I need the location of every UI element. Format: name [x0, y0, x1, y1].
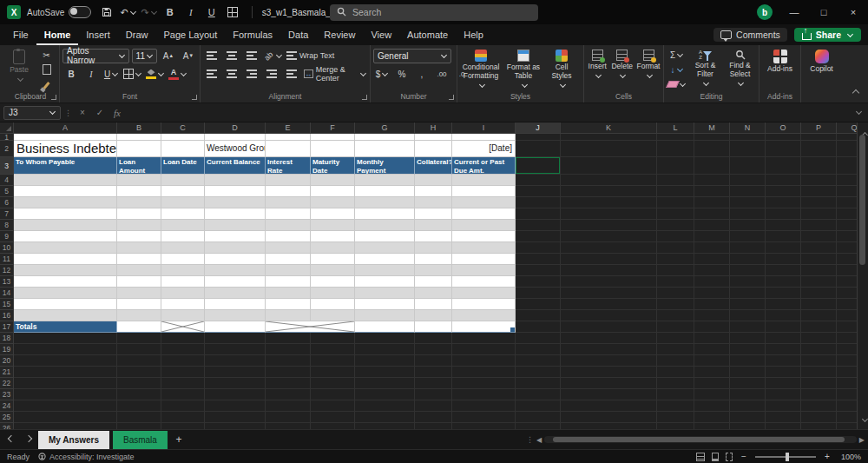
- delete-cells-button[interactable]: Delete: [610, 48, 634, 81]
- horizontal-scrollbar-thumb[interactable]: [553, 437, 845, 442]
- cell-G5[interactable]: [355, 186, 415, 197]
- cell-A9[interactable]: [14, 231, 117, 242]
- cell-O13[interactable]: [766, 276, 801, 288]
- copilot-button[interactable]: Copilot: [804, 48, 839, 76]
- search-input[interactable]: [330, 4, 538, 21]
- cell-M23[interactable]: [694, 389, 730, 400]
- cell-I20[interactable]: [452, 355, 516, 367]
- accounting-format-button[interactable]: $: [373, 67, 391, 81]
- cell-I13[interactable]: [452, 276, 516, 288]
- cell-N18[interactable]: [730, 333, 766, 344]
- cell-P14[interactable]: [801, 288, 837, 299]
- find-select-button[interactable]: Find & Select: [724, 48, 756, 89]
- cell-J24[interactable]: [516, 400, 561, 412]
- cell-Q22[interactable]: [837, 378, 857, 389]
- cell-N5[interactable]: [730, 186, 766, 197]
- cell-E16[interactable]: [266, 310, 311, 321]
- cell-G24[interactable]: [355, 400, 415, 412]
- cell-O17[interactable]: [766, 321, 801, 333]
- scroll-left-icon[interactable]: ◀: [536, 436, 542, 444]
- addins-button[interactable]: Add-ins: [762, 48, 798, 76]
- cell-N20[interactable]: [730, 355, 766, 367]
- cell-J18[interactable]: [516, 333, 561, 344]
- fill-color-button[interactable]: [145, 67, 165, 81]
- tab-page-layout[interactable]: Page Layout: [155, 24, 225, 45]
- cell-I23[interactable]: [452, 389, 516, 400]
- cell-H9[interactable]: [415, 231, 452, 242]
- cell-E8[interactable]: [266, 220, 311, 231]
- cell-P18[interactable]: [801, 333, 837, 344]
- cell-N4[interactable]: [730, 175, 766, 186]
- cell-D20[interactable]: [205, 355, 266, 367]
- row-header-5[interactable]: 5: [0, 186, 14, 197]
- cell-A4[interactable]: [14, 175, 117, 186]
- cell-G17[interactable]: [355, 321, 415, 333]
- cell-N2[interactable]: [730, 141, 766, 157]
- column-header-P[interactable]: P: [801, 122, 837, 134]
- cell-B9[interactable]: [117, 231, 161, 242]
- cell-N14[interactable]: [730, 288, 766, 299]
- cell-C1[interactable]: [161, 134, 205, 141]
- insert-function-button[interactable]: fx: [110, 106, 124, 120]
- cell-E21[interactable]: [266, 367, 311, 378]
- cell-I5[interactable]: [452, 186, 516, 197]
- cell-H3[interactable]: Collateral?: [415, 157, 452, 175]
- row-header-10[interactable]: 10: [0, 242, 14, 254]
- cell-D15[interactable]: [205, 299, 266, 310]
- cell-E6[interactable]: [266, 197, 311, 208]
- cell-C6[interactable]: [161, 197, 205, 208]
- cell-E19[interactable]: [266, 344, 311, 355]
- cell-P16[interactable]: [801, 310, 837, 321]
- cell-C9[interactable]: [161, 231, 205, 242]
- cell-G21[interactable]: [355, 367, 415, 378]
- formula-input[interactable]: [128, 105, 847, 121]
- cell-P4[interactable]: [801, 175, 837, 186]
- merge-center-button[interactable]: ↔Merge & Center: [303, 67, 367, 81]
- cell-K5[interactable]: [561, 186, 657, 197]
- underline-button[interactable]: U: [102, 67, 120, 81]
- cell-L25[interactable]: [657, 412, 694, 423]
- cell-C8[interactable]: [161, 220, 205, 231]
- cell-N16[interactable]: [730, 310, 766, 321]
- cell-E26[interactable]: [266, 423, 311, 429]
- cell-J20[interactable]: [516, 355, 561, 367]
- row-header-14[interactable]: 14: [0, 288, 14, 299]
- cell-L4[interactable]: [657, 175, 694, 186]
- cell-C23[interactable]: [161, 389, 205, 400]
- cell-N12[interactable]: [730, 265, 766, 276]
- cell-D23[interactable]: [205, 389, 266, 400]
- cell-A18[interactable]: [14, 333, 117, 344]
- cell-E20[interactable]: [266, 355, 311, 367]
- cell-L9[interactable]: [657, 231, 694, 242]
- increase-indent-button[interactable]: [283, 67, 300, 81]
- cell-K18[interactable]: [561, 333, 657, 344]
- cell-P20[interactable]: [801, 355, 837, 367]
- column-header-F[interactable]: F: [311, 122, 355, 134]
- cell-E2[interactable]: [266, 141, 311, 157]
- cell-M14[interactable]: [694, 288, 730, 299]
- cell-Q3[interactable]: [837, 157, 857, 175]
- cell-K20[interactable]: [561, 355, 657, 367]
- cell-B26[interactable]: [117, 423, 161, 429]
- zoom-slider[interactable]: [755, 456, 816, 458]
- row-header-17[interactable]: 17: [0, 321, 14, 333]
- row-header-8[interactable]: 8: [0, 220, 14, 231]
- percent-style-button[interactable]: %: [393, 67, 411, 81]
- cell-B24[interactable]: [117, 400, 161, 412]
- cell-M10[interactable]: [694, 242, 730, 254]
- cell-E18[interactable]: [266, 333, 311, 344]
- cell-C11[interactable]: [161, 254, 205, 265]
- cell-Q12[interactable]: [837, 265, 857, 276]
- borders-quick-button[interactable]: [223, 3, 242, 21]
- cell-G18[interactable]: [355, 333, 415, 344]
- cell-A6[interactable]: [14, 197, 117, 208]
- cell-C12[interactable]: [161, 265, 205, 276]
- cell-K11[interactable]: [561, 254, 657, 265]
- cell-G23[interactable]: [355, 389, 415, 400]
- cell-E5[interactable]: [266, 186, 311, 197]
- close-button[interactable]: ×: [845, 7, 861, 17]
- cell-C24[interactable]: [161, 400, 205, 412]
- cell-A25[interactable]: [14, 412, 117, 423]
- cell-G11[interactable]: [355, 254, 415, 265]
- cell-D11[interactable]: [205, 254, 266, 265]
